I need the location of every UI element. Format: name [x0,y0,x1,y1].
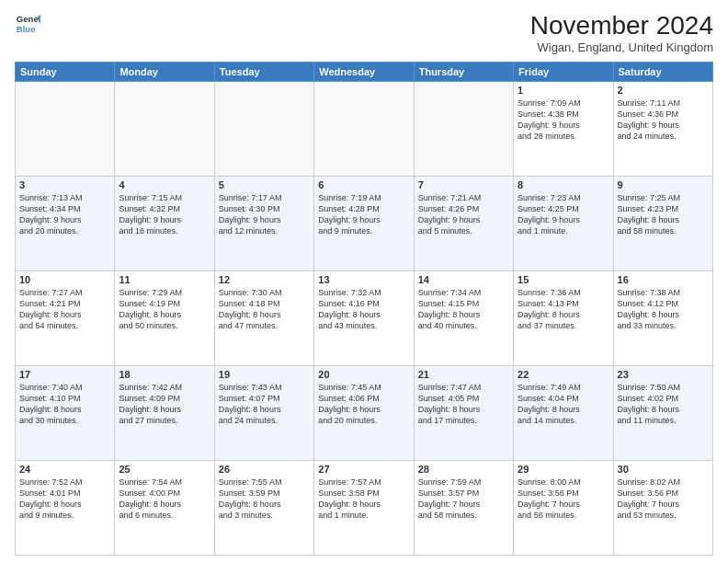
calendar-cell: 2Sunrise: 7:11 AM Sunset: 4:36 PM Daylig… [613,82,712,177]
day-number: 30 [618,464,709,475]
page-header: General Blue November 2024 Wigan, Englan… [15,11,713,54]
day-info: Sunrise: 7:49 AM Sunset: 4:04 PM Dayligh… [518,382,609,427]
month-title: November 2024 [530,11,713,40]
calendar-cell: 4Sunrise: 7:15 AM Sunset: 4:32 PM Daylig… [115,177,214,271]
day-number: 4 [119,179,210,190]
svg-text:General: General [17,14,40,24]
day-info: Sunrise: 7:36 AM Sunset: 4:13 PM Dayligh… [518,287,609,332]
day-info: Sunrise: 7:42 AM Sunset: 4:09 PM Dayligh… [119,382,210,427]
day-info: Sunrise: 8:00 AM Sunset: 3:56 PM Dayligh… [518,477,609,522]
title-block: November 2024 Wigan, England, United Kin… [530,11,713,54]
calendar-cell: 10Sunrise: 7:27 AM Sunset: 4:21 PM Dayli… [16,271,115,366]
calendar-cell: 28Sunrise: 7:59 AM Sunset: 3:57 PM Dayli… [414,461,513,556]
day-number: 2 [618,85,709,96]
calendar-cell [16,82,115,177]
calendar-header-friday: Friday [514,63,613,82]
day-number: 10 [19,274,110,285]
day-info: Sunrise: 7:45 AM Sunset: 4:06 PM Dayligh… [318,382,409,427]
day-info: Sunrise: 7:13 AM Sunset: 4:34 PM Dayligh… [19,192,110,237]
day-number: 27 [318,464,409,475]
calendar-cell: 1Sunrise: 7:09 AM Sunset: 4:38 PM Daylig… [514,82,613,177]
calendar-cell: 24Sunrise: 7:52 AM Sunset: 4:01 PM Dayli… [16,461,115,556]
day-info: Sunrise: 7:15 AM Sunset: 4:32 PM Dayligh… [119,192,210,237]
day-number: 18 [119,369,210,380]
calendar-cell: 23Sunrise: 7:50 AM Sunset: 4:02 PM Dayli… [613,366,712,461]
day-info: Sunrise: 7:11 AM Sunset: 4:36 PM Dayligh… [618,98,709,143]
day-number: 26 [219,464,310,475]
day-info: Sunrise: 7:54 AM Sunset: 4:00 PM Dayligh… [119,477,210,522]
day-number: 14 [418,274,509,285]
calendar-cell: 6Sunrise: 7:19 AM Sunset: 4:28 PM Daylig… [314,177,414,271]
calendar-cell: 13Sunrise: 7:32 AM Sunset: 4:16 PM Dayli… [314,271,414,366]
day-info: Sunrise: 7:32 AM Sunset: 4:16 PM Dayligh… [318,287,409,332]
calendar-header-tuesday: Tuesday [214,63,313,82]
calendar-cell: 18Sunrise: 7:42 AM Sunset: 4:09 PM Dayli… [115,366,214,461]
day-number: 13 [318,274,409,285]
calendar-header-sunday: Sunday [16,63,115,82]
day-number: 6 [318,179,409,190]
calendar-header-thursday: Thursday [414,63,513,82]
day-number: 9 [618,179,709,190]
calendar-cell: 9Sunrise: 7:25 AM Sunset: 4:23 PM Daylig… [613,177,712,271]
day-info: Sunrise: 7:29 AM Sunset: 4:19 PM Dayligh… [119,287,210,332]
day-info: Sunrise: 7:27 AM Sunset: 4:21 PM Dayligh… [19,287,110,332]
calendar-cell: 30Sunrise: 8:02 AM Sunset: 3:56 PM Dayli… [613,461,712,556]
calendar-cell: 21Sunrise: 7:47 AM Sunset: 4:05 PM Dayli… [414,366,513,461]
calendar-week-5: 24Sunrise: 7:52 AM Sunset: 4:01 PM Dayli… [16,461,713,556]
calendar-cell [314,82,414,177]
calendar-header-wednesday: Wednesday [314,63,414,82]
day-number: 19 [219,369,310,380]
calendar-cell: 7Sunrise: 7:21 AM Sunset: 4:26 PM Daylig… [414,177,513,271]
day-info: Sunrise: 7:47 AM Sunset: 4:05 PM Dayligh… [418,382,509,427]
calendar-cell: 29Sunrise: 8:00 AM Sunset: 3:56 PM Dayli… [514,461,613,556]
day-info: Sunrise: 7:34 AM Sunset: 4:15 PM Dayligh… [418,287,509,332]
calendar-cell: 22Sunrise: 7:49 AM Sunset: 4:04 PM Dayli… [514,366,613,461]
day-number: 17 [19,369,110,380]
calendar-cell: 25Sunrise: 7:54 AM Sunset: 4:00 PM Dayli… [115,461,214,556]
day-info: Sunrise: 7:59 AM Sunset: 3:57 PM Dayligh… [418,477,509,522]
calendar-cell: 26Sunrise: 7:55 AM Sunset: 3:59 PM Dayli… [214,461,313,556]
day-number: 7 [418,179,509,190]
calendar-cell: 8Sunrise: 7:23 AM Sunset: 4:25 PM Daylig… [514,177,613,271]
day-info: Sunrise: 7:40 AM Sunset: 4:10 PM Dayligh… [19,382,110,427]
day-number: 28 [418,464,509,475]
day-number: 15 [518,274,609,285]
calendar-body: 1Sunrise: 7:09 AM Sunset: 4:38 PM Daylig… [16,82,713,556]
day-info: Sunrise: 7:30 AM Sunset: 4:18 PM Dayligh… [219,287,310,332]
calendar-week-3: 10Sunrise: 7:27 AM Sunset: 4:21 PM Dayli… [16,271,713,366]
day-info: Sunrise: 7:50 AM Sunset: 4:02 PM Dayligh… [618,382,709,427]
calendar-cell: 19Sunrise: 7:43 AM Sunset: 4:07 PM Dayli… [214,366,313,461]
calendar-cell: 16Sunrise: 7:38 AM Sunset: 4:12 PM Dayli… [613,271,712,366]
calendar-week-4: 17Sunrise: 7:40 AM Sunset: 4:10 PM Dayli… [16,366,713,461]
day-number: 25 [119,464,210,475]
location: Wigan, England, United Kingdom [530,40,713,54]
day-info: Sunrise: 7:09 AM Sunset: 4:38 PM Dayligh… [518,98,609,143]
day-number: 20 [318,369,409,380]
day-info: Sunrise: 7:25 AM Sunset: 4:23 PM Dayligh… [618,192,709,237]
calendar-cell [414,82,513,177]
day-number: 24 [19,464,110,475]
day-number: 23 [618,369,709,380]
day-number: 5 [219,179,310,190]
day-info: Sunrise: 7:38 AM Sunset: 4:12 PM Dayligh… [618,287,709,332]
calendar-cell: 17Sunrise: 7:40 AM Sunset: 4:10 PM Dayli… [16,366,115,461]
calendar-week-2: 3Sunrise: 7:13 AM Sunset: 4:34 PM Daylig… [16,177,713,271]
day-number: 29 [518,464,609,475]
calendar-cell: 12Sunrise: 7:30 AM Sunset: 4:18 PM Dayli… [214,271,313,366]
calendar-cell: 27Sunrise: 7:57 AM Sunset: 3:58 PM Dayli… [314,461,414,556]
calendar-cell: 5Sunrise: 7:17 AM Sunset: 4:30 PM Daylig… [214,177,313,271]
calendar-header-row: SundayMondayTuesdayWednesdayThursdayFrid… [16,63,713,82]
day-info: Sunrise: 7:52 AM Sunset: 4:01 PM Dayligh… [19,477,110,522]
day-info: Sunrise: 7:23 AM Sunset: 4:25 PM Dayligh… [518,192,609,237]
calendar-header-saturday: Saturday [613,63,712,82]
calendar-cell: 20Sunrise: 7:45 AM Sunset: 4:06 PM Dayli… [314,366,414,461]
day-info: Sunrise: 8:02 AM Sunset: 3:56 PM Dayligh… [618,477,709,522]
day-info: Sunrise: 7:55 AM Sunset: 3:59 PM Dayligh… [219,477,310,522]
calendar-table: SundayMondayTuesdayWednesdayThursdayFrid… [15,62,713,556]
day-number: 22 [518,369,609,380]
logo-icon: General Blue [15,11,40,37]
day-number: 16 [618,274,709,285]
calendar-page: General Blue November 2024 Wigan, Englan… [0,0,728,563]
day-info: Sunrise: 7:57 AM Sunset: 3:58 PM Dayligh… [318,477,409,522]
day-number: 21 [418,369,509,380]
